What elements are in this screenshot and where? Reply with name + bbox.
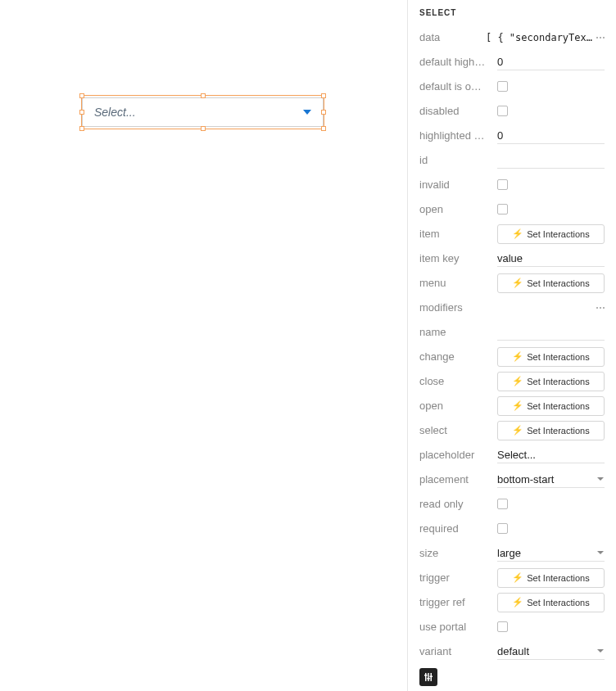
prop-row-variant: variant default bbox=[419, 639, 605, 663]
name-input[interactable] bbox=[497, 324, 605, 341]
prop-label: variant bbox=[419, 645, 497, 657]
prop-label: data bbox=[419, 31, 486, 43]
placement-dropdown[interactable]: bottom-start bbox=[497, 472, 605, 488]
prop-label: size bbox=[419, 547, 497, 559]
prop-row-name: name bbox=[419, 320, 605, 344]
prop-row-size: size large bbox=[419, 541, 605, 565]
ellipsis-icon[interactable]: ⋯ bbox=[592, 32, 605, 43]
variant-dropdown[interactable]: default bbox=[497, 644, 605, 660]
prop-row-item-key: item key bbox=[419, 246, 605, 270]
prop-label: required bbox=[419, 522, 497, 535]
select-interactions-button[interactable]: ⚡Set Interactions bbox=[497, 421, 605, 440]
bolt-icon: ⚡ bbox=[512, 572, 523, 583]
open-interactions-button[interactable]: ⚡Set Interactions bbox=[497, 396, 605, 416]
chevron-down-icon bbox=[596, 550, 605, 555]
trigger-interactions-button[interactable]: ⚡Set Interactions bbox=[497, 568, 605, 588]
prop-row-trigger-ref: trigger ref ⚡Set Interactions bbox=[419, 590, 605, 614]
dropdown-value: default bbox=[497, 645, 596, 657]
prop-row-use-portal: use portal bbox=[419, 615, 605, 639]
selected-component[interactable]: Select... bbox=[82, 96, 324, 129]
size-dropdown[interactable]: large bbox=[497, 545, 605, 562]
bolt-icon: ⚡ bbox=[512, 351, 523, 362]
use-portal-checkbox[interactable] bbox=[497, 621, 508, 632]
svg-rect-1 bbox=[428, 673, 429, 681]
read-only-checkbox[interactable] bbox=[497, 499, 508, 509]
default-highlighted-input[interactable] bbox=[497, 54, 605, 70]
prop-label: id bbox=[419, 154, 497, 166]
prop-row-open: open bbox=[419, 197, 605, 221]
chevron-down-icon bbox=[596, 648, 605, 653]
default-is-open-checkbox[interactable] bbox=[497, 81, 508, 92]
prop-row-open-event: open ⚡Set Interactions bbox=[419, 394, 605, 418]
prop-label: menu bbox=[419, 277, 497, 289]
prop-row-data: data [ { "secondaryTex… ⋯ bbox=[419, 25, 605, 49]
bolt-icon: ⚡ bbox=[512, 400, 523, 411]
svg-rect-3 bbox=[424, 675, 428, 676]
prop-row-item: item ⚡Set Interactions bbox=[419, 222, 605, 246]
settings-button[interactable] bbox=[419, 668, 437, 686]
data-json-preview: [ { "secondaryTex… bbox=[486, 32, 592, 43]
select-component[interactable]: Select... bbox=[82, 97, 324, 127]
close-interactions-button[interactable]: ⚡Set Interactions bbox=[497, 372, 605, 391]
prop-row-disabled: disabled bbox=[419, 99, 605, 123]
highlighted-input[interactable] bbox=[497, 128, 605, 144]
prop-row-modifiers: modifiers ⋯ bbox=[419, 296, 605, 319]
panel-title: SELECT bbox=[419, 8, 605, 17]
canvas-area[interactable]: Select... bbox=[0, 0, 408, 691]
item-key-input[interactable] bbox=[497, 251, 605, 267]
prop-row-required: required bbox=[419, 517, 605, 540]
prop-label: close bbox=[419, 375, 497, 387]
prop-data-value[interactable]: [ { "secondaryTex… ⋯ bbox=[486, 32, 605, 43]
dropdown-value: large bbox=[497, 547, 596, 559]
prop-label: default high… bbox=[419, 56, 497, 68]
prop-label: use portal bbox=[419, 621, 497, 633]
prop-row-menu: menu ⚡Set Interactions bbox=[419, 271, 605, 295]
prop-label: read only bbox=[419, 498, 497, 510]
prop-label: open bbox=[419, 400, 497, 412]
prop-row-highlighted: highlighted … bbox=[419, 124, 605, 147]
bolt-icon: ⚡ bbox=[512, 278, 523, 288]
change-interactions-button[interactable]: ⚡Set Interactions bbox=[497, 347, 605, 367]
prop-row-change: change ⚡Set Interactions bbox=[419, 345, 605, 368]
required-checkbox[interactable] bbox=[497, 523, 508, 534]
sliders-icon bbox=[424, 672, 433, 682]
invalid-checkbox[interactable] bbox=[497, 179, 508, 190]
bolt-icon: ⚡ bbox=[512, 228, 523, 239]
id-input[interactable] bbox=[497, 152, 605, 169]
modifiers-value[interactable]: ⋯ bbox=[497, 302, 605, 314]
bolt-icon: ⚡ bbox=[512, 597, 523, 607]
bolt-icon: ⚡ bbox=[512, 376, 523, 386]
caret-down-icon bbox=[303, 110, 311, 115]
prop-label: select bbox=[419, 424, 497, 436]
prop-label: name bbox=[419, 326, 497, 338]
svg-rect-4 bbox=[427, 678, 430, 680]
prop-label: trigger ref bbox=[419, 596, 497, 608]
prop-row-select: select ⚡Set Interactions bbox=[419, 418, 605, 442]
prop-row-placeholder: placeholder bbox=[419, 443, 605, 467]
bolt-icon: ⚡ bbox=[512, 425, 523, 436]
menu-interactions-button[interactable]: ⚡Set Interactions bbox=[497, 273, 605, 293]
prop-row-trigger: trigger ⚡Set Interactions bbox=[419, 566, 605, 589]
prop-row-read-only: read only bbox=[419, 492, 605, 516]
prop-label: trigger bbox=[419, 571, 497, 584]
prop-label: invalid bbox=[419, 178, 497, 191]
prop-label: change bbox=[419, 350, 497, 363]
svg-rect-5 bbox=[430, 676, 433, 678]
dropdown-value: bottom-start bbox=[497, 473, 596, 486]
placeholder-input[interactable] bbox=[497, 447, 605, 463]
prop-label: item bbox=[419, 228, 497, 240]
open-checkbox[interactable] bbox=[497, 204, 508, 215]
prop-label: item key bbox=[419, 252, 497, 264]
disabled-checkbox[interactable] bbox=[497, 106, 508, 116]
trigger-ref-interactions-button[interactable]: ⚡Set Interactions bbox=[497, 593, 605, 612]
prop-label: disabled bbox=[419, 105, 497, 117]
prop-label: highlighted … bbox=[419, 129, 497, 142]
inspector-panel: SELECT data [ { "secondaryTex… ⋯ default… bbox=[408, 0, 616, 691]
prop-label: default is o… bbox=[419, 80, 497, 93]
select-placeholder-text: Select... bbox=[94, 106, 136, 119]
chevron-down-icon bbox=[596, 476, 605, 481]
prop-row-placement: placement bottom-start bbox=[419, 467, 605, 491]
ellipsis-icon[interactable]: ⋯ bbox=[592, 302, 605, 314]
prop-row-default-is-open: default is o… bbox=[419, 75, 605, 98]
item-interactions-button[interactable]: ⚡Set Interactions bbox=[497, 224, 605, 244]
